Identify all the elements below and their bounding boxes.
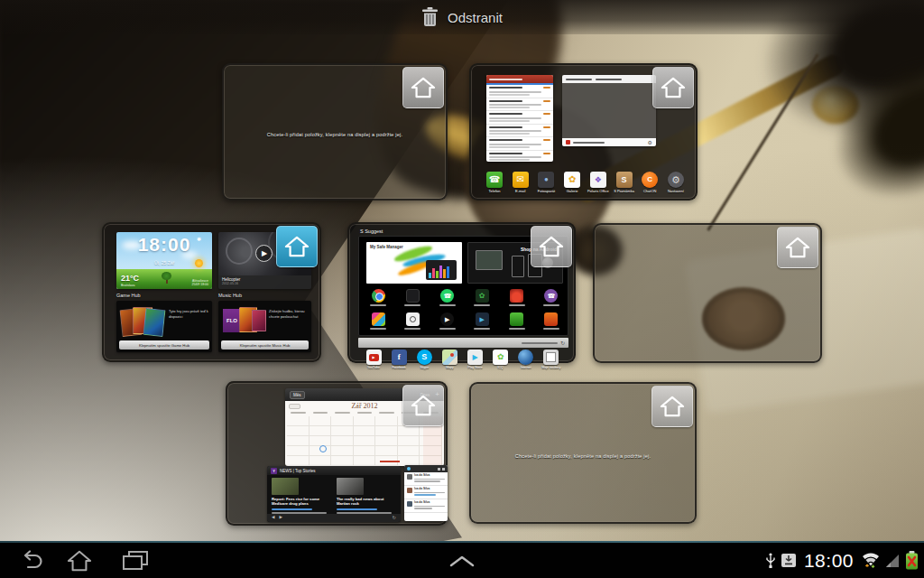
home-icon bbox=[659, 395, 686, 418]
suggested-apps-row-2: ▶ ▶ bbox=[365, 312, 565, 330]
facebook-icon: f bbox=[392, 350, 407, 365]
remove-label: Odstranit bbox=[448, 10, 503, 25]
home-indicator-1[interactable] bbox=[402, 67, 444, 108]
email-widget-header bbox=[486, 75, 553, 83]
tree bbox=[162, 272, 171, 280]
home-nav-icon bbox=[65, 549, 94, 573]
suggested-apps-row-1: ☎ ✿ ☎ bbox=[365, 289, 565, 306]
s-suggest-title: S Suggest bbox=[360, 228, 383, 234]
chrome-icon bbox=[372, 289, 385, 303]
home-icon bbox=[660, 76, 687, 99]
yahoo-news-icon: Y bbox=[271, 468, 277, 474]
movies-app-icon: ▶ bbox=[476, 312, 489, 326]
gear-icon: ⚙ bbox=[648, 140, 652, 145]
home-indicator-4[interactable] bbox=[531, 226, 572, 267]
play-button-icon: ▶ bbox=[255, 245, 273, 262]
page-thumbnail-2[interactable]: ⚙ ☎Telefon ✉E-mail ●Fotoaparát ✿Galerie … bbox=[469, 63, 698, 200]
back-button[interactable] bbox=[9, 548, 49, 573]
green-app-icon bbox=[510, 312, 523, 326]
home-button[interactable] bbox=[60, 548, 99, 573]
news-widget: Y NEWS | Top Stories Report: Fees rise f… bbox=[267, 466, 401, 522]
app-shortcut-row: ☎Telefon ✉E-mail ●Fotoaparát ✿Galerie ❖P… bbox=[484, 172, 687, 193]
skype-icon: S bbox=[417, 350, 432, 365]
browser-widget: ⚙ bbox=[562, 75, 656, 146]
remove-drop-bar[interactable]: Odstranit bbox=[0, 0, 924, 34]
page-thumbnail-1[interactable]: Chcete-li přidat položky, klepněte na di… bbox=[222, 63, 448, 200]
next-icon: ▶ bbox=[279, 516, 282, 520]
home-indicator-2[interactable] bbox=[652, 67, 694, 108]
camera-icon: ● bbox=[538, 172, 554, 188]
music-hub-label: Music Hub bbox=[218, 293, 242, 298]
signal-strength-icon bbox=[885, 554, 900, 568]
album-cover: FLO bbox=[223, 309, 241, 332]
mini-apps-tray-button[interactable] bbox=[442, 548, 482, 573]
empty-page-hint: Chcete-li přidat položky, klepněte na di… bbox=[235, 132, 434, 137]
viber-icon: ☎ bbox=[544, 289, 558, 303]
home-indicator-3-selected[interactable] bbox=[276, 226, 318, 267]
page-thumbnail-3-current[interactable]: 18:00 ✱ Út, 25 Zář 21°C Bratislava Aktua… bbox=[102, 222, 321, 362]
status-area: 18:00 bbox=[765, 543, 919, 578]
news-thumbnail bbox=[337, 478, 364, 495]
music-hub-widget: FLO Získejte hudbu, kterou chcete poslou… bbox=[218, 301, 311, 352]
icq-icon: ✿ bbox=[493, 350, 508, 365]
home-indicator-6[interactable] bbox=[402, 385, 444, 426]
settings-icon: ⚙ bbox=[668, 172, 684, 188]
clover-app-icon: ✿ bbox=[476, 289, 489, 303]
temperature: 21°C bbox=[121, 274, 139, 283]
mosaic-app-icon bbox=[372, 312, 385, 326]
game-hub-widget: Tyto hry jsou právě teď k dispozici Klep… bbox=[116, 301, 212, 352]
weather-updated: Aktualizace 25/09 18:00 bbox=[192, 279, 209, 287]
refresh-icon: ↻ bbox=[560, 340, 565, 346]
game-hub-label: Game Hub bbox=[116, 293, 141, 298]
back-icon bbox=[14, 550, 43, 572]
gallery-icon: ✿ bbox=[564, 172, 580, 188]
calendar-selected-day bbox=[319, 445, 327, 452]
usb-icon bbox=[765, 553, 776, 569]
favicon bbox=[566, 140, 570, 144]
phone-icon: ☎ bbox=[486, 172, 503, 188]
refresh-icon: ↻ bbox=[393, 516, 396, 520]
angry-birds-icon bbox=[510, 289, 523, 303]
home-indicator-7[interactable] bbox=[651, 386, 693, 427]
home-icon bbox=[410, 394, 437, 417]
city-label: Bratislava bbox=[121, 284, 134, 287]
page-thumbnail-7[interactable]: Chcete-li přidat položky, klepněte na di… bbox=[469, 382, 697, 524]
s-note-icon: S bbox=[616, 172, 633, 188]
device-graphic bbox=[426, 260, 457, 280]
home-icon bbox=[283, 235, 310, 258]
clock-app-icon bbox=[406, 312, 420, 326]
maps-icon bbox=[442, 350, 457, 365]
internet-globe-icon bbox=[518, 350, 533, 365]
polaris-office-icon: ❖ bbox=[590, 172, 606, 188]
chevron-up-icon bbox=[449, 555, 475, 567]
screen: Odstranit Chcete-li přidat položky, klep… bbox=[0, 0, 924, 578]
email-icon: ✉ bbox=[513, 172, 529, 188]
sun-icon bbox=[195, 259, 203, 267]
my-files-icon bbox=[543, 350, 559, 365]
home-indicator-5[interactable] bbox=[777, 227, 818, 268]
avatar bbox=[407, 474, 412, 480]
chaton-icon: C bbox=[642, 172, 658, 188]
status-clock: 18:00 bbox=[804, 550, 854, 572]
app-icon bbox=[406, 289, 420, 303]
widget-status-strip: ↻ bbox=[358, 338, 568, 348]
page-thumbnail-5[interactable] bbox=[593, 223, 822, 363]
banner-my-safe-manager: My Safe Manager bbox=[366, 242, 462, 284]
dock-shortcut-row: ▶YouTube fFacebook SSkype Mapy ▶Play Sto… bbox=[362, 350, 563, 369]
whatsapp-icon: ☎ bbox=[440, 289, 454, 303]
recent-apps-icon bbox=[122, 550, 149, 572]
orange-app-icon bbox=[544, 312, 558, 326]
player-app-icon: ▶ bbox=[440, 312, 454, 326]
recent-apps-button[interactable] bbox=[116, 548, 155, 573]
page-thumbnail-6[interactable]: Měs Dnes + Zář 2012 Y NEWS | Top Stories bbox=[226, 381, 448, 526]
system-navigation-bar: 18:00 bbox=[0, 543, 924, 578]
home-icon bbox=[784, 236, 811, 259]
youtube-icon: ▶ bbox=[366, 350, 382, 365]
play-store-icon: ▶ bbox=[467, 350, 483, 365]
weather-clock-widget: 18:00 ✱ Út, 25 Zář 21°C Bratislava Aktua… bbox=[116, 232, 212, 289]
news-thumbnail bbox=[272, 478, 299, 495]
prev-icon: ◀ bbox=[272, 516, 274, 520]
page-thumbnail-4[interactable]: S Suggest My Safe Manager Shop na Androi… bbox=[347, 222, 576, 363]
twitter-bird-icon bbox=[407, 467, 411, 471]
download-status-icon bbox=[781, 554, 796, 567]
